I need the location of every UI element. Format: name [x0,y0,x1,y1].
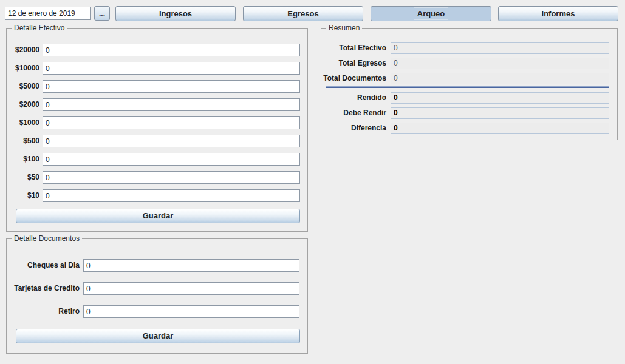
denomination-label-1000: $1000 [6,116,39,129]
tarjetas-label: Tarjetas de Credito [7,282,80,295]
denomination-label-10: $10 [6,189,39,202]
diferencia-label: Diferencia [321,123,386,134]
retiro-input[interactable] [83,305,299,318]
nav-button-egresos-mnemonic: E [287,9,293,18]
debe-rendir-label: Debe Rendir [321,107,386,119]
nav-button-informes-label: Informes [542,9,575,18]
rendido-label: Rendido [321,92,386,104]
arqueo-window: ... Ingresos Egresos Arqueo Informes Det… [0,0,625,364]
denomination-input-2000[interactable] [43,98,300,111]
denomination-input-50[interactable] [43,171,300,184]
total-egresos-field: 0 [391,58,609,69]
nav-button-informes[interactable]: Informes [498,6,618,21]
resumen-separator [326,86,609,88]
nav-button-arqueo-label: rqueo [423,9,445,18]
cheques-label: Cheques al Dia [7,259,80,272]
debe-rendir-field: 0 [391,107,609,119]
denomination-input-20000[interactable] [43,44,300,56]
denomination-label-100: $100 [6,153,39,166]
panel-resumen-title: Resumen [326,24,362,33]
nav-button-ingresos[interactable]: Ingresos [115,6,236,21]
nav-button-ingresos-label: ngresos [162,9,193,18]
denomination-label-2000: $2000 [6,98,39,111]
panel-detalle-efectivo-title: Detalle Efectivo [12,24,67,33]
retiro-label: Retiro [7,305,80,318]
cheques-input[interactable] [83,259,299,272]
nav-button-egresos-label: gresos [293,9,319,18]
denomination-label-20000: $20000 [6,44,39,56]
tarjetas-input[interactable] [83,282,299,295]
rendido-field: 0 [391,92,609,104]
nav-button-egresos[interactable]: Egresos [243,6,363,21]
denomination-input-10000[interactable] [43,62,300,75]
denomination-label-10000: $10000 [6,62,39,75]
denomination-input-5000[interactable] [43,80,300,93]
nav-button-arqueo[interactable]: Arqueo [371,6,491,21]
total-efectivo-field: 0 [391,42,609,54]
denomination-label-500: $500 [6,135,39,147]
date-input[interactable] [5,7,91,20]
nav-button-arqueo-mnemonic: A [417,9,423,18]
total-documentos-label: Total Documentos [321,73,386,84]
denomination-label-5000: $5000 [6,80,39,93]
total-documentos-field: 0 [391,73,609,84]
save-documentos-button[interactable]: Guardar [16,329,300,343]
nav-button-arqueo-focus: Arqueo [414,7,449,20]
denomination-input-10[interactable] [43,189,300,202]
panel-detalle-documentos-title: Detalle Documentos [12,234,82,243]
date-browse-button[interactable]: ... [94,6,110,21]
total-efectivo-label: Total Efectivo [321,42,386,54]
denomination-input-500[interactable] [43,135,300,147]
save-efectivo-button[interactable]: Guardar [16,209,300,223]
denomination-input-1000[interactable] [43,116,300,129]
denomination-label-50: $50 [6,171,39,184]
diferencia-field: 0 [391,123,609,134]
total-egresos-label: Total Egresos [321,58,386,69]
denomination-input-100[interactable] [43,153,300,166]
